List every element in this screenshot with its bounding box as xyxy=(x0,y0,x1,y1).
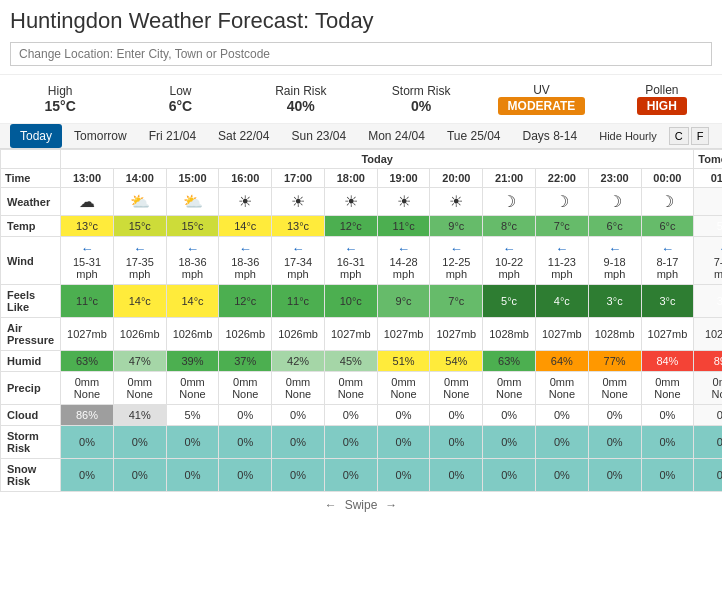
temp-cell: 12°c xyxy=(324,216,377,237)
temp-cell: 7°c xyxy=(535,216,588,237)
snow-risk-cell: 0% xyxy=(588,459,641,492)
air-pressure-cell: 1027mb xyxy=(324,318,377,351)
snow-risk-cell: 0% xyxy=(694,459,722,492)
wind-cell: ←16-31mph xyxy=(324,237,377,285)
wind-cell: ←9-18mph xyxy=(588,237,641,285)
weather-icon-cell: ☀ xyxy=(272,188,325,216)
weather-icon-cell: ⛅ xyxy=(166,188,219,216)
snow-risk-cell: 0% xyxy=(219,459,272,492)
tab-mon[interactable]: Mon 24/04 xyxy=(358,124,435,148)
cloud-cell: 0% xyxy=(272,405,325,426)
storm-risk-cell: 0% xyxy=(483,426,536,459)
time-cell: 01:00 xyxy=(694,169,722,188)
weather-icon-cell: ☽ xyxy=(694,188,722,216)
wind-cell: ←7-17mph xyxy=(694,237,722,285)
cloud-label: Cloud xyxy=(1,405,61,426)
precip-cell: 0mmNone xyxy=(272,372,325,405)
precip-cell: 0mmNone xyxy=(324,372,377,405)
snow-risk-cell: 0% xyxy=(430,459,483,492)
snow-risk-cell: 0% xyxy=(641,459,694,492)
tab-fri[interactable]: Fri 21/04 xyxy=(139,124,206,148)
location-input[interactable] xyxy=(10,42,712,66)
tab-sat[interactable]: Sat 22/04 xyxy=(208,124,279,148)
humid-cell: 42% xyxy=(272,351,325,372)
humid-cell: 64% xyxy=(535,351,588,372)
cloud-cell: 0% xyxy=(641,405,694,426)
snow-risk-cell: 0% xyxy=(113,459,166,492)
weather-icon-cell: ☁ xyxy=(61,188,114,216)
temp-cell: 11°c xyxy=(377,216,430,237)
tab-celsius[interactable]: C xyxy=(669,127,689,145)
storm-risk-cell: 0% xyxy=(61,426,114,459)
summary-storm: Storm Risk 0% xyxy=(371,84,471,114)
feels-like-cell: 3°c xyxy=(641,285,694,318)
cloud-cell: 5% xyxy=(166,405,219,426)
air-pressure-cell: 1026mb xyxy=(113,318,166,351)
page-title: Huntingdon Weather Forecast: Today xyxy=(0,0,722,38)
precip-cell: 0mmNone xyxy=(694,372,722,405)
weather-icon-cell: ☽ xyxy=(588,188,641,216)
humid-cell: 77% xyxy=(588,351,641,372)
snow-risk-cell: 0% xyxy=(166,459,219,492)
feels-like-cell: 3°c xyxy=(694,285,722,318)
weather-icon-cell: ☽ xyxy=(641,188,694,216)
tab-tue[interactable]: Tue 25/04 xyxy=(437,124,511,148)
time-cell: 14:00 xyxy=(113,169,166,188)
swipe-label: Swipe xyxy=(345,498,378,512)
temp-label: Temp xyxy=(1,216,61,237)
precip-cell: 0mmNone xyxy=(61,372,114,405)
feels-like-cell: 5°c xyxy=(483,285,536,318)
air-pressure-label: AirPressure xyxy=(1,318,61,351)
storm-risk-cell: 0% xyxy=(588,426,641,459)
weather-icon-cell: ☀ xyxy=(219,188,272,216)
air-pressure-cell: 1027mb xyxy=(61,318,114,351)
tab-hide-hourly[interactable]: Hide Hourly xyxy=(589,125,666,147)
storm-risk-cell: 0% xyxy=(641,426,694,459)
storm-risk-cell: 0% xyxy=(219,426,272,459)
temp-cell: 13°c xyxy=(61,216,114,237)
precip-cell: 0mmNone xyxy=(483,372,536,405)
tab-tomorrow[interactable]: Tomorrow xyxy=(64,124,137,148)
precip-cell: 0mmNone xyxy=(588,372,641,405)
cloud-cell: 0% xyxy=(535,405,588,426)
time-cell: 23:00 xyxy=(588,169,641,188)
cloud-cell: 0% xyxy=(483,405,536,426)
feels-like-cell: 7°c xyxy=(430,285,483,318)
weather-grid-container: Today Tomorrow Time 13:0014:0015:0016:00… xyxy=(0,149,722,492)
temp-cell: 15°c xyxy=(166,216,219,237)
weather-icon-cell: ☽ xyxy=(483,188,536,216)
summary-pollen: Pollen HIGH xyxy=(612,83,712,115)
air-pressure-cell: 1027mb xyxy=(641,318,694,351)
weather-icon-cell: ☽ xyxy=(535,188,588,216)
weather-icon-cell: ☀ xyxy=(324,188,377,216)
air-pressure-cell: 1026mb xyxy=(166,318,219,351)
precip-cell: 0mmNone xyxy=(641,372,694,405)
wind-cell: ←18-36mph xyxy=(219,237,272,285)
feels-like-label: FeelsLike xyxy=(1,285,61,318)
wind-cell: ←14-28mph xyxy=(377,237,430,285)
humid-cell: 54% xyxy=(430,351,483,372)
time-cell: 21:00 xyxy=(483,169,536,188)
wind-cell: ←18-36mph xyxy=(166,237,219,285)
humid-cell: 63% xyxy=(483,351,536,372)
feels-like-cell: 11°c xyxy=(272,285,325,318)
tab-today[interactable]: Today xyxy=(10,124,62,148)
precip-cell: 0mmNone xyxy=(430,372,483,405)
precip-cell: 0mmNone xyxy=(166,372,219,405)
precip-label: Precip xyxy=(1,372,61,405)
tab-sun[interactable]: Sun 23/04 xyxy=(281,124,356,148)
cloud-cell: 0% xyxy=(377,405,430,426)
humid-cell: 39% xyxy=(166,351,219,372)
weather-icon-cell: ⛅ xyxy=(113,188,166,216)
tab-fahrenheit[interactable]: F xyxy=(691,127,710,145)
humid-cell: 84% xyxy=(641,351,694,372)
temp-cell: 6°c xyxy=(588,216,641,237)
feels-like-cell: 4°c xyxy=(535,285,588,318)
temp-cell: 6°c xyxy=(641,216,694,237)
tab-days[interactable]: Days 8-14 xyxy=(513,124,588,148)
time-cell: 16:00 xyxy=(219,169,272,188)
storm-risk-cell: 0% xyxy=(113,426,166,459)
storm-risk-cell: 0% xyxy=(694,426,722,459)
weather-icon-cell: ☀ xyxy=(430,188,483,216)
col-header-tomorrow: Tomorrow xyxy=(694,150,722,169)
